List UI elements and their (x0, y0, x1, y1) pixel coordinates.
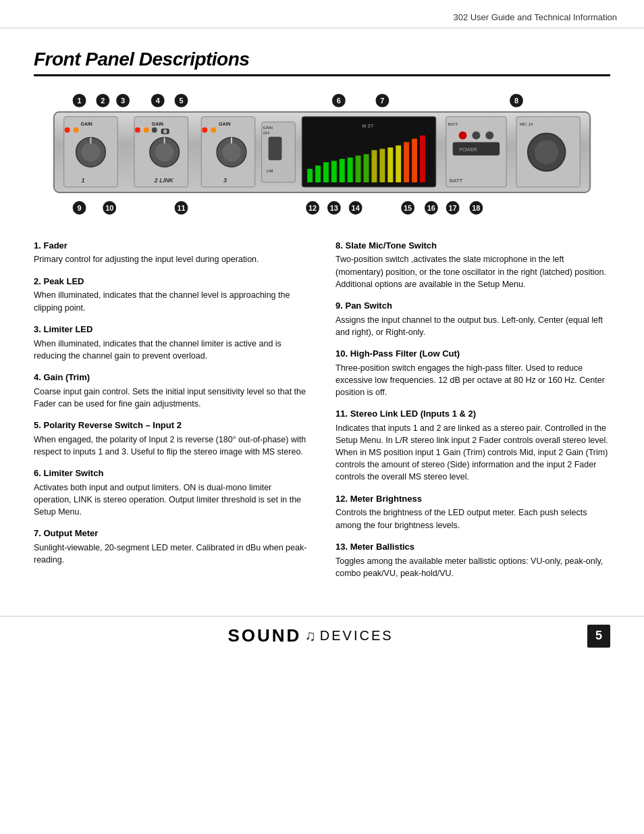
desc-title-7: 7. Output Meter (34, 527, 308, 540)
svg-text:6: 6 (337, 97, 341, 105)
svg-point-28 (144, 128, 149, 133)
desc-title-10: 10. High-Pass Filter (Low Cut) (336, 348, 610, 361)
desc-title-3: 3. Limiter LED (34, 323, 308, 336)
svg-text:GAIN: GAIN (152, 122, 163, 126)
svg-rect-63 (412, 138, 417, 182)
brand-logo: SOUND ♫ DEVICES (227, 625, 393, 646)
desc-title-11: 11. Stereo Link LED (Inputs 1 & 2) (336, 408, 610, 421)
svg-text:5: 5 (179, 97, 183, 105)
svg-text:18: 18 (472, 204, 480, 212)
desc-text-8: Two-position switch ,activates the slate… (336, 253, 610, 290)
desc-text-13: Toggles among the available meter ballis… (336, 555, 610, 579)
page-footer: SOUND ♫ DEVICES 5 (0, 616, 644, 661)
svg-text:16: 16 (427, 204, 435, 212)
desc-item-9: 9. Pan Switch Assigns the input channel … (336, 300, 610, 338)
svg-text:GAIN: GAIN (81, 122, 92, 126)
page-title: Front Panel Descriptions (34, 49, 610, 70)
svg-text:1: 1 (78, 97, 82, 105)
desc-item-4: 4. Gain (Trim) Coarse input gain control… (34, 371, 308, 410)
svg-point-39 (211, 128, 216, 133)
device-panel-svg: 1 2 3 4 5 6 7 8 (34, 88, 610, 223)
svg-point-33 (155, 142, 174, 161)
desc-column-right: 8. Slate Mic/Tone Switch Two-position sw… (336, 240, 610, 589)
header-title: 302 User Guide and Technical Information (453, 12, 617, 22)
desc-text-6: Activates both input and output limiters… (34, 481, 308, 518)
svg-text:GAIN: GAIN (219, 122, 230, 126)
svg-text:1: 1 (82, 177, 85, 184)
svg-text:14: 14 (352, 204, 360, 212)
desc-text-9: Assigns the input channel to the output … (336, 314, 610, 338)
desc-title-8: 8. Slate Mic/Tone Switch (336, 240, 610, 253)
svg-rect-62 (404, 142, 409, 182)
desc-title-1: 1. Fader (34, 240, 308, 253)
desc-text-11: Indicates that inputs 1 and 2 are linked… (336, 422, 610, 484)
svg-text:2 LINK: 2 LINK (154, 177, 174, 184)
svg-text:9: 9 (78, 204, 82, 212)
desc-text-5: When engaged, the polarity of Input 2 is… (34, 434, 308, 458)
svg-point-76 (535, 140, 559, 164)
svg-rect-61 (396, 145, 401, 182)
desc-item-3: 3. Limiter LED When illuminated, indicat… (34, 323, 308, 362)
title-divider (34, 74, 610, 76)
svg-point-41 (222, 142, 241, 161)
desc-item-5: 5. Polarity Reverse Switch – Input 2 Whe… (34, 419, 308, 458)
desc-text-10: Three-position switch engages the high-p… (336, 362, 610, 398)
desc-item-8: 8. Slate Mic/Tone Switch Two-position sw… (336, 240, 610, 290)
desc-title-4: 4. Gain (Trim) (34, 371, 308, 384)
svg-text:13: 13 (330, 204, 338, 212)
device-image-section: 1 2 3 4 5 6 7 8 (34, 88, 610, 223)
desc-item-11: 11. Stereo Link LED (Inputs 1 & 2) Indic… (336, 408, 610, 483)
sound-wave-icon: ♫ (304, 627, 317, 645)
svg-text:8: 8 (514, 97, 518, 105)
svg-text:3: 3 (223, 177, 227, 184)
desc-item-6: 6. Limiter Switch Activates both input a… (34, 467, 308, 518)
svg-text:17: 17 (449, 204, 457, 212)
svg-rect-47 (269, 136, 282, 160)
svg-text:3: 3 (121, 97, 125, 105)
desc-title-9: 9. Pan Switch (336, 300, 610, 313)
svg-text:OFF: OFF (263, 132, 270, 135)
svg-rect-54 (340, 159, 345, 182)
brand-sound: SOUND (227, 625, 301, 646)
descriptions-container: 1. Fader Primary control for adjusting t… (34, 240, 610, 589)
svg-text:4: 4 (156, 97, 160, 105)
svg-text:12: 12 (308, 204, 317, 212)
desc-text-7: Sunlight-viewable, 20-segment LED meter.… (34, 542, 308, 566)
desc-column-left: 1. Fader Primary control for adjusting t… (34, 240, 308, 589)
svg-rect-60 (387, 147, 393, 182)
svg-point-20 (74, 128, 79, 133)
desc-item-13: 13. Meter Ballistics Toggles among the a… (336, 541, 610, 579)
desc-title-2: 2. Peak LED (34, 276, 308, 288)
svg-text:BATT: BATT (448, 122, 458, 126)
svg-rect-52 (323, 162, 329, 182)
svg-point-27 (135, 128, 140, 133)
desc-title-13: 13. Meter Ballistics (336, 541, 610, 554)
svg-text:GAIN: GAIN (263, 126, 273, 130)
desc-text-4: Coarse input gain control. Sets the init… (34, 386, 308, 410)
desc-title-12: 12. Meter Brightness (336, 493, 610, 506)
brand-devices: DEVICES (320, 628, 394, 644)
svg-point-70 (485, 132, 493, 140)
svg-rect-55 (348, 157, 353, 182)
desc-text-3: When illuminated, indicates that the cha… (34, 338, 308, 362)
svg-rect-59 (379, 149, 385, 182)
desc-title-6: 6. Limiter Switch (34, 467, 308, 480)
desc-item-1: 1. Fader Primary control for adjusting t… (34, 240, 308, 266)
desc-item-12: 12. Meter Brightness Controls the bright… (336, 493, 610, 531)
svg-text:LIM: LIM (267, 169, 273, 173)
svg-rect-57 (364, 154, 369, 182)
desc-item-2: 2. Peak LED When illuminated, indicates … (34, 276, 308, 314)
svg-text:MIC  1X: MIC 1X (520, 122, 533, 126)
svg-rect-51 (315, 165, 321, 182)
svg-rect-58 (371, 150, 377, 182)
svg-point-38 (202, 128, 207, 133)
desc-item-10: 10. High-Pass Filter (Low Cut) Three-pos… (336, 348, 610, 398)
svg-text:BATT: BATT (450, 178, 463, 184)
svg-text:15: 15 (404, 204, 412, 212)
desc-text-2: When illuminated, indicates that the cha… (34, 289, 308, 313)
svg-rect-50 (307, 169, 313, 182)
desc-title-5: 5. Polarity Reverse Switch – Input 2 (34, 419, 308, 432)
svg-text:7: 7 (380, 97, 384, 105)
svg-text:M  ST: M ST (363, 124, 374, 128)
svg-text:10: 10 (105, 204, 113, 212)
